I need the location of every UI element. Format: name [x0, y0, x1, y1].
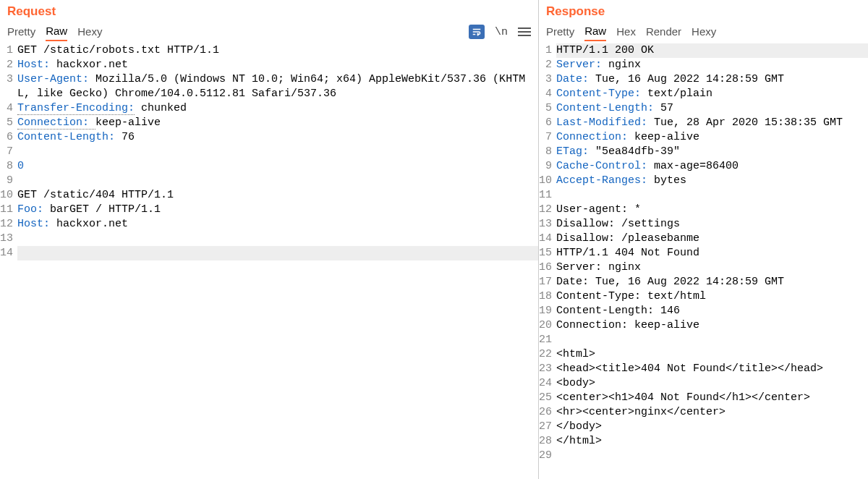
editor-line[interactable]: 20Connection: keep-alive	[539, 318, 868, 333]
line-content[interactable]: HTTP/1.1 404 Not Found	[556, 246, 868, 260]
line-content[interactable]: Foo: barGET / HTTP/1.1	[17, 203, 538, 217]
editor-line[interactable]: 15HTTP/1.1 404 Not Found	[539, 246, 868, 260]
editor-line[interactable]: 10Accept-Ranges: bytes	[539, 174, 868, 188]
line-content[interactable]: <center><h1>404 Not Found</h1></center>	[556, 391, 868, 405]
tab-hexy[interactable]: Hexy	[692, 24, 716, 41]
editor-line[interactable]: 28</html>	[539, 434, 868, 449]
line-content[interactable]: Connection: keep-alive	[556, 130, 868, 145]
editor-line[interactable]: 6Content-Length: 76	[0, 130, 538, 145]
editor-line[interactable]: 16Server: nginx	[539, 260, 868, 275]
editor-line[interactable]: 27</body>	[539, 420, 868, 434]
line-content[interactable]	[556, 449, 868, 463]
editor-line[interactable]: 5Content-Length: 57	[539, 101, 868, 116]
line-content[interactable]: Disallow: /pleasebanme	[556, 232, 868, 246]
tab-hexy[interactable]: Hexy	[77, 24, 102, 41]
line-content[interactable]	[17, 232, 538, 246]
editor-line[interactable]: 5Connection: keep-alive	[0, 116, 538, 130]
newline-indicator[interactable]: \n	[495, 26, 508, 38]
line-content[interactable]	[556, 333, 868, 347]
line-content[interactable]: GET /static/robots.txt HTTP/1.1	[17, 43, 538, 58]
line-content[interactable]	[17, 246, 538, 260]
editor-line[interactable]: 23<head><title>404 Not Found</title></he…	[539, 362, 868, 376]
editor-line[interactable]: 3User-Agent: Mozilla/5.0 (Windows NT 10.…	[0, 72, 538, 101]
editor-line[interactable]: 7Connection: keep-alive	[539, 130, 868, 145]
line-content[interactable]: Server: nginx	[556, 260, 868, 275]
line-content[interactable]: Last-Modified: Tue, 28 Apr 2020 15:38:35…	[556, 116, 868, 130]
editor-line[interactable]: 12Host: hackxor.net	[0, 217, 538, 232]
editor-line[interactable]: 1HTTP/1.1 200 OK	[539, 43, 868, 58]
editor-line[interactable]: 19Content-Length: 146	[539, 304, 868, 318]
editor-line[interactable]: 80	[0, 159, 538, 174]
tab-raw[interactable]: Raw	[46, 23, 67, 41]
line-content[interactable]	[17, 145, 538, 159]
line-content[interactable]: </body>	[556, 420, 868, 434]
line-content[interactable]: Content-Length: 146	[556, 304, 868, 318]
editor-line[interactable]: 29	[539, 449, 868, 463]
line-content[interactable]: Content-Length: 76	[17, 130, 538, 145]
line-content[interactable]: Disallow: /settings	[556, 217, 868, 232]
line-content[interactable]: HTTP/1.1 200 OK	[556, 43, 868, 58]
line-content[interactable]: <head><title>404 Not Found</title></head…	[556, 362, 868, 376]
line-content[interactable]: Host: hackxor.net	[17, 58, 538, 72]
editor-line[interactable]: 8ETag: "5ea84dfb-39"	[539, 145, 868, 159]
line-content[interactable]: Connection: keep-alive	[17, 116, 538, 130]
editor-line[interactable]: 10GET /static/404 HTTP/1.1	[0, 188, 538, 203]
line-content[interactable]: User-agent: *	[556, 203, 868, 217]
wrap-icon[interactable]	[469, 25, 485, 39]
editor-line[interactable]: 2Server: nginx	[539, 58, 868, 72]
line-content[interactable]: ETag: "5ea84dfb-39"	[556, 145, 868, 159]
line-content[interactable]: <html>	[556, 347, 868, 362]
line-content[interactable]	[17, 174, 538, 188]
editor-line[interactable]: 26<hr><center>nginx</center>	[539, 405, 868, 420]
menu-icon[interactable]	[518, 27, 531, 36]
editor-line[interactable]: 4Content-Type: text/plain	[539, 87, 868, 101]
editor-line[interactable]: 7	[0, 145, 538, 159]
line-content[interactable]: <body>	[556, 376, 868, 391]
editor-line[interactable]: 25<center><h1>404 Not Found</h1></center…	[539, 391, 868, 405]
line-content[interactable]: Cache-Control: max-age=86400	[556, 159, 868, 174]
tab-raw[interactable]: Raw	[584, 23, 606, 41]
editor-line[interactable]: 12User-agent: *	[539, 203, 868, 217]
line-content[interactable]: Connection: keep-alive	[556, 318, 868, 333]
editor-line[interactable]: 14	[0, 246, 538, 260]
editor-line[interactable]: 3Date: Tue, 16 Aug 2022 14:28:59 GMT	[539, 72, 868, 87]
editor-line[interactable]: 17Date: Tue, 16 Aug 2022 14:28:59 GMT	[539, 275, 868, 289]
editor-line[interactable]: 11Foo: barGET / HTTP/1.1	[0, 203, 538, 217]
tab-pretty[interactable]: Pretty	[7, 24, 35, 41]
request-tabbar: Pretty Raw Hexy \n	[0, 20, 538, 42]
request-editor[interactable]: 1GET /static/robots.txt HTTP/1.12Host: h…	[0, 42, 538, 479]
editor-line[interactable]: 18Content-Type: text/html	[539, 289, 868, 304]
line-content[interactable]: Date: Tue, 16 Aug 2022 14:28:59 GMT	[556, 275, 868, 289]
tab-pretty[interactable]: Pretty	[546, 24, 574, 41]
line-content[interactable]: Server: nginx	[556, 58, 868, 72]
line-content[interactable]: Accept-Ranges: bytes	[556, 174, 868, 188]
response-editor[interactable]: 1HTTP/1.1 200 OK2Server: nginx3Date: Tue…	[539, 42, 868, 479]
line-content[interactable]: Content-Length: 57	[556, 101, 868, 116]
line-content[interactable]: Content-Type: text/plain	[556, 87, 868, 101]
editor-line[interactable]: 11	[539, 188, 868, 203]
editor-line[interactable]: 14Disallow: /pleasebanme	[539, 232, 868, 246]
line-content[interactable]: Transfer-Encoding: chunked	[17, 101, 538, 116]
line-content[interactable]: GET /static/404 HTTP/1.1	[17, 188, 538, 203]
line-content[interactable]: </html>	[556, 434, 868, 449]
editor-line[interactable]: 9Cache-Control: max-age=86400	[539, 159, 868, 174]
line-content[interactable]: Host: hackxor.net	[17, 217, 538, 232]
line-content[interactable]: 0	[17, 159, 538, 174]
editor-line[interactable]: 4Transfer-Encoding: chunked	[0, 101, 538, 116]
editor-line[interactable]: 1GET /static/robots.txt HTTP/1.1	[0, 43, 538, 58]
editor-line[interactable]: 2Host: hackxor.net	[0, 58, 538, 72]
line-content[interactable]: User-Agent: Mozilla/5.0 (Windows NT 10.0…	[17, 72, 538, 101]
editor-line[interactable]: 9	[0, 174, 538, 188]
tab-hex[interactable]: Hex	[616, 24, 636, 41]
editor-line[interactable]: 13	[0, 232, 538, 246]
editor-line[interactable]: 21	[539, 333, 868, 347]
editor-line[interactable]: 6Last-Modified: Tue, 28 Apr 2020 15:38:3…	[539, 116, 868, 130]
editor-line[interactable]: 13Disallow: /settings	[539, 217, 868, 232]
line-content[interactable]: Content-Type: text/html	[556, 289, 868, 304]
line-content[interactable]: <hr><center>nginx</center>	[556, 405, 868, 420]
editor-line[interactable]: 22<html>	[539, 347, 868, 362]
tab-render[interactable]: Render	[646, 24, 681, 41]
line-content[interactable]: Date: Tue, 16 Aug 2022 14:28:59 GMT	[556, 72, 868, 87]
line-content[interactable]	[556, 188, 868, 203]
editor-line[interactable]: 24<body>	[539, 376, 868, 391]
